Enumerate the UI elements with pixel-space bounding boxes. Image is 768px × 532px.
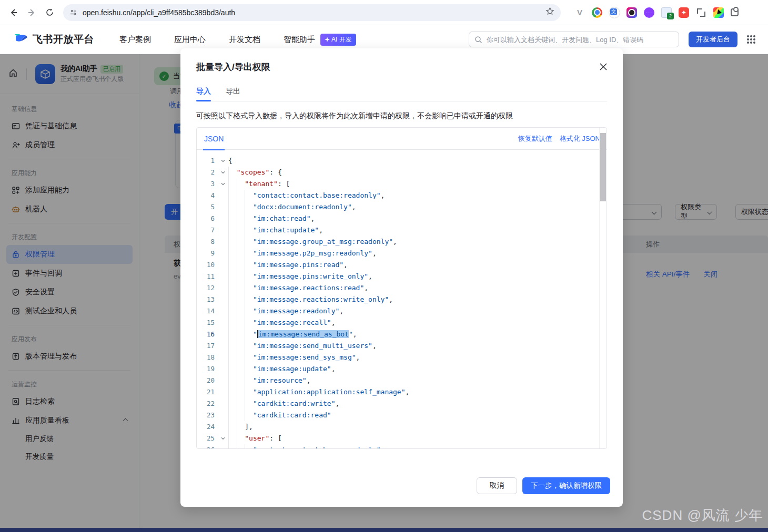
fold-icon[interactable] — [218, 178, 228, 190]
indent-guide — [237, 444, 245, 449]
nav-item-0[interactable]: 客户案例 — [119, 35, 151, 45]
screenshot-extension-icon[interactable] — [626, 7, 637, 18]
code-line[interactable]: 23"cardkit:card:read" — [197, 410, 607, 421]
indent-guide — [237, 271, 245, 282]
code-line[interactable]: 19"im:message:update", — [197, 363, 607, 375]
back-icon[interactable] — [6, 5, 21, 20]
code-line[interactable]: 4"contact:contact.base:readonly", — [197, 190, 607, 201]
fold-icon[interactable] — [218, 155, 228, 167]
cancel-button[interactable]: 取消 — [477, 477, 517, 494]
nav-item-3[interactable]: 智能助手 — [284, 35, 315, 45]
code-line[interactable]: 2"scopes": { — [197, 167, 607, 178]
color-picker-extension-icon[interactable] — [713, 7, 724, 18]
developer-console-button[interactable]: 开发者后台 — [689, 32, 737, 47]
search-input[interactable] — [487, 36, 673, 44]
code-line[interactable]: 9"im:message.p2p_msg:readonly", — [197, 248, 607, 259]
header-search[interactable] — [469, 32, 679, 47]
pages-extension-icon[interactable]: 2 — [661, 7, 672, 18]
code-line[interactable]: 24], — [197, 421, 607, 433]
indent-guide — [237, 398, 245, 410]
apps-grid-icon[interactable] — [747, 35, 755, 44]
editor-action-1[interactable]: 格式化 JSON — [560, 134, 600, 144]
chrome-extension-icon[interactable] — [592, 7, 602, 18]
line-number: 23 — [197, 410, 218, 421]
tab-export[interactable]: 导出 — [226, 87, 240, 101]
editor-header: JSON 恢复默认值格式化 JSON — [197, 128, 607, 150]
line-number: 16 — [197, 329, 218, 340]
code-lines[interactable]: 1{2"scopes": {3"tenant": [4"contact:cont… — [197, 150, 607, 449]
code-line[interactable]: 6"im:chat:read", — [197, 213, 607, 224]
code-line[interactable]: 22"cardkit:card:write", — [197, 398, 607, 410]
brand[interactable]: 飞书开放平台 — [13, 31, 94, 48]
code-line[interactable]: 20"im:resource", — [197, 375, 607, 386]
brand-name: 飞书开放平台 — [33, 33, 94, 46]
line-number: 18 — [197, 352, 218, 363]
indent-guide — [237, 248, 245, 259]
bookmark-star-icon[interactable] — [545, 7, 554, 18]
magic-extension-icon[interactable]: ✦ — [679, 7, 689, 18]
line-number: 4 — [197, 190, 218, 201]
close-icon[interactable] — [598, 61, 609, 73]
tab-import[interactable]: 导入 — [196, 87, 211, 101]
code-text: "docx:document:readonly", — [228, 201, 607, 213]
nav-item-1[interactable]: 应用中心 — [174, 35, 206, 45]
line-number: 10 — [197, 259, 218, 271]
indent-guide — [228, 294, 237, 305]
code-line[interactable]: 1{ — [197, 155, 607, 167]
code-line[interactable]: 5"docx:document:readonly", — [197, 201, 607, 213]
confirm-button[interactable]: 下一步，确认新增权限 — [522, 477, 610, 494]
fold-spacer — [218, 329, 228, 340]
editor-action-0[interactable]: 恢复默认值 — [518, 134, 552, 144]
url-text[interactable]: open.feishu.cn/app/cli_a9ff4585bc389bd3/… — [83, 8, 545, 17]
json-editor[interactable]: JSON 恢复默认值格式化 JSON 1{2"scopes": {3"tenan… — [196, 127, 607, 449]
code-line[interactable]: 3"tenant": [ — [197, 178, 607, 190]
watermark: CSDN @风流 少年 — [642, 506, 763, 525]
fold-icon[interactable] — [218, 433, 228, 444]
indent-guide — [237, 317, 245, 329]
indent-guide — [237, 236, 245, 248]
site-info-icon[interactable] — [69, 8, 77, 16]
code-line[interactable]: 7"im:chat:update", — [197, 224, 607, 236]
scrollbar-thumb[interactable] — [600, 133, 606, 201]
forward-icon[interactable] — [24, 5, 39, 20]
indent-guide — [228, 236, 237, 248]
ai-dev-badge[interactable]: AI 开发 — [320, 34, 356, 46]
nav-item-2[interactable]: 开发文档 — [229, 35, 260, 45]
crop-extension-icon[interactable] — [696, 7, 706, 18]
code-text: "im:message:readonly", — [228, 305, 607, 317]
code-line[interactable]: 16"im:message:send_as_bot", — [197, 329, 607, 340]
fold-icon[interactable] — [218, 167, 228, 178]
page: open.feishu.cn/app/cli_a9ff4585bc389bd3/… — [0, 0, 768, 532]
code-line[interactable]: 15"im:message:recall", — [197, 317, 607, 329]
code-line[interactable]: 21"application:application:self_manage", — [197, 386, 607, 398]
code-line[interactable]: 12"im:message.reactions:read", — [197, 282, 607, 294]
tab-json[interactable]: JSON — [203, 128, 225, 150]
code-line[interactable]: 26"contact:contact.base:readonly", — [197, 444, 607, 449]
indent-guide — [237, 213, 245, 224]
code-line[interactable]: 11"im:message.pins:write_only", — [197, 271, 607, 282]
code-line[interactable]: 17"im:message:send_multi_users", — [197, 340, 607, 352]
code-line[interactable]: 8"im:message.group_at_msg:readonly", — [197, 236, 607, 248]
indent-guide — [237, 421, 245, 433]
sider-extension-icon[interactable]: ··· — [644, 7, 654, 18]
indent-guide — [228, 224, 237, 236]
line-number: 8 — [197, 236, 218, 248]
import-export-modal: 批量导入/导出权限 导入导出 可按照以下格式导入数据，导入的权限将作为此次新增申… — [180, 48, 623, 507]
indent-guide — [237, 352, 245, 363]
reload-icon[interactable] — [42, 5, 57, 20]
code-text: "im:resource", — [228, 375, 607, 386]
scrollbar-track[interactable] — [599, 128, 607, 448]
indent-guide — [228, 178, 237, 190]
code-line[interactable]: 13"im:message.reactions:write_only", — [197, 294, 607, 305]
code-line[interactable]: 14"im:message:readonly", — [197, 305, 607, 317]
code-line[interactable]: 10"im:message.pins:read", — [197, 259, 607, 271]
puzzle-extension-icon[interactable] — [731, 8, 739, 16]
code-line[interactable]: 18"im:message:send_sys_msg", — [197, 352, 607, 363]
translate-extension-icon[interactable] — [609, 7, 620, 18]
v-extension-extension-icon[interactable]: V — [574, 7, 585, 18]
fold-spacer — [218, 410, 228, 421]
address-bar[interactable]: open.feishu.cn/app/cli_a9ff4585bc389bd3/… — [63, 4, 561, 21]
code-text: "cardkit:card:write", — [228, 398, 607, 410]
indent-guide — [245, 352, 253, 363]
code-line[interactable]: 25"user": [ — [197, 433, 607, 444]
